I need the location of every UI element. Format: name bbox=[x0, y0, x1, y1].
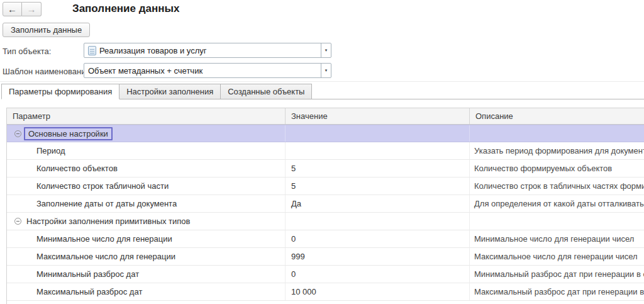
column-header-value[interactable]: Значение bbox=[286, 108, 470, 124]
object-type-value-area: Реализация товаров и услуг bbox=[84, 43, 321, 57]
group-title: Основные настройки bbox=[24, 127, 113, 140]
tab-label: Параметры формирования bbox=[9, 87, 112, 96]
forward-arrow-icon: → bbox=[27, 4, 36, 14]
value-cell[interactable]: Да bbox=[286, 195, 470, 212]
tab-generation-parameters[interactable]: Параметры формирования bbox=[1, 84, 119, 99]
object-type-label: Тип объекта: bbox=[3, 47, 51, 56]
fill-data-button-label: Заполнить данные bbox=[11, 25, 82, 35]
column-header-parameter[interactable]: Параметр bbox=[7, 108, 286, 124]
parameter-label: Минимальное число для генерации bbox=[36, 234, 172, 244]
parameter-label: Количество объектов bbox=[36, 164, 118, 173]
section-separator bbox=[0, 81, 644, 82]
table-row-max-number[interactable]: Максимальное число для генерации 999 Мак… bbox=[7, 248, 644, 266]
table-row-min-date-spread[interactable]: Минимальный разброс дат 0 Минимальный ра… bbox=[7, 266, 644, 283]
parameter-label: Минимальный разброс дат bbox=[36, 269, 139, 279]
table-row-min-number[interactable]: Минимальное число для генерации 0 Минима… bbox=[7, 230, 644, 248]
document-icon bbox=[88, 46, 96, 55]
forward-button[interactable]: → bbox=[22, 2, 42, 16]
description-cell: Указать период формирования для документ… bbox=[470, 142, 644, 159]
parameter-cell: Максимальный разброс дат bbox=[7, 283, 286, 300]
description-cell: Количество формируемых объектов bbox=[470, 160, 644, 177]
table-row-tabular-rows-count[interactable]: Количество строк табличной части 5 Колич… bbox=[7, 177, 644, 195]
parameter-label: Максимальный разброс дат bbox=[36, 287, 142, 296]
history-nav: ← → bbox=[3, 2, 42, 16]
object-type-dropdown-button[interactable]: ▼ bbox=[321, 43, 331, 57]
object-type-value: Реализация товаров и услуг bbox=[99, 46, 207, 55]
table-row-object-count[interactable]: Количество объектов 5 Количество формиру… bbox=[7, 160, 644, 177]
tab-fill-settings[interactable]: Настройки заполнения bbox=[119, 84, 221, 99]
object-type-combobox[interactable]: Реализация товаров и услуг ▼ bbox=[84, 43, 331, 58]
value-cell[interactable]: 0 bbox=[286, 230, 470, 247]
description-cell: Минимальное число для генерации чисел bbox=[470, 230, 644, 247]
description-cell: Количество строк в табличных частях форм… bbox=[470, 177, 644, 194]
collapse-icon[interactable] bbox=[14, 130, 21, 137]
parameter-cell: Основные настройки bbox=[7, 125, 286, 142]
parameter-cell: Период bbox=[7, 142, 286, 159]
table-row-group-primitive-types[interactable]: Настройки заполнения примитивных типов bbox=[7, 213, 644, 230]
name-template-label: Шаблон наименования: bbox=[3, 67, 92, 76]
tab-label: Созданные объекты bbox=[228, 87, 304, 96]
value-cell[interactable]: 5 bbox=[286, 177, 470, 194]
parameter-cell: Минимальное число для генерации bbox=[7, 230, 286, 247]
description-cell: Минимальный разброс дат при генерации в … bbox=[470, 266, 644, 283]
collapse-icon[interactable] bbox=[14, 218, 21, 225]
parameter-label: Период bbox=[36, 146, 65, 155]
parameter-label: Заполнение даты от даты документа bbox=[36, 199, 177, 208]
column-header-description[interactable]: Описание bbox=[470, 108, 644, 124]
parameter-cell: Количество объектов bbox=[7, 160, 286, 177]
parameters-table: Параметр Значение Описание Основные наст… bbox=[6, 108, 644, 304]
description-cell bbox=[470, 125, 644, 142]
parameter-cell: Максимальное число для генерации bbox=[7, 248, 286, 265]
table-row-max-date-spread[interactable]: Максимальный разброс дат 10 000 Максимал… bbox=[7, 283, 644, 301]
parameter-cell: Минимальный разброс дат bbox=[7, 266, 286, 283]
table-row-period[interactable]: Период Указать период формирования для д… bbox=[7, 142, 644, 160]
fill-data-button[interactable]: Заполнить данные bbox=[3, 23, 90, 37]
chevron-down-icon: ▼ bbox=[325, 69, 328, 72]
back-arrow-icon: ← bbox=[8, 4, 17, 14]
name-template-combobox[interactable]: Объект метаданных + счетчик ▼ bbox=[84, 63, 331, 78]
chevron-down-icon: ▼ bbox=[325, 48, 328, 52]
parameter-cell: Количество строк табличной части bbox=[7, 177, 286, 194]
value-cell[interactable] bbox=[286, 142, 470, 159]
value-cell[interactable]: 10 000 bbox=[286, 283, 470, 300]
value-cell[interactable]: 999 bbox=[286, 248, 470, 265]
description-cell: Максимальный разброс дат при генерации в… bbox=[470, 283, 644, 300]
table-row-group-main-settings[interactable]: Основные настройки bbox=[7, 125, 644, 142]
tab-label: Настройки заполнения bbox=[126, 87, 213, 96]
back-button[interactable]: ← bbox=[3, 2, 22, 16]
group-title: Настройки заполнения примитивных типов bbox=[26, 217, 191, 226]
name-template-value: Объект метаданных + счетчик bbox=[88, 66, 203, 76]
description-cell: Максимальное число для генерации чисел bbox=[470, 248, 644, 265]
description-cell: Для определения от какой даты отталкиват… bbox=[470, 195, 644, 212]
name-template-value-area: Объект метаданных + счетчик bbox=[84, 64, 321, 77]
tab-created-objects[interactable]: Созданные объекты bbox=[220, 84, 312, 99]
value-cell[interactable]: 5 bbox=[286, 160, 470, 177]
parameter-label: Максимальное число для генерации bbox=[36, 252, 175, 261]
description-cell bbox=[470, 213, 644, 230]
value-cell[interactable]: 0 bbox=[286, 266, 470, 283]
name-template-dropdown-button[interactable]: ▼ bbox=[321, 64, 331, 77]
table-header-row: Параметр Значение Описание bbox=[7, 108, 644, 125]
value-cell[interactable] bbox=[286, 213, 470, 230]
value-cell[interactable] bbox=[286, 125, 470, 142]
parameter-cell: Заполнение даты от даты документа bbox=[7, 195, 286, 212]
parameter-cell: Настройки заполнения примитивных типов bbox=[7, 213, 286, 230]
tab-strip: Параметры формирования Настройки заполне… bbox=[1, 84, 644, 99]
page-title: Заполнение данных bbox=[72, 3, 180, 15]
table-row-date-fill[interactable]: Заполнение даты от даты документа Да Для… bbox=[7, 195, 644, 213]
parameter-label: Количество строк табличной части bbox=[36, 181, 169, 191]
